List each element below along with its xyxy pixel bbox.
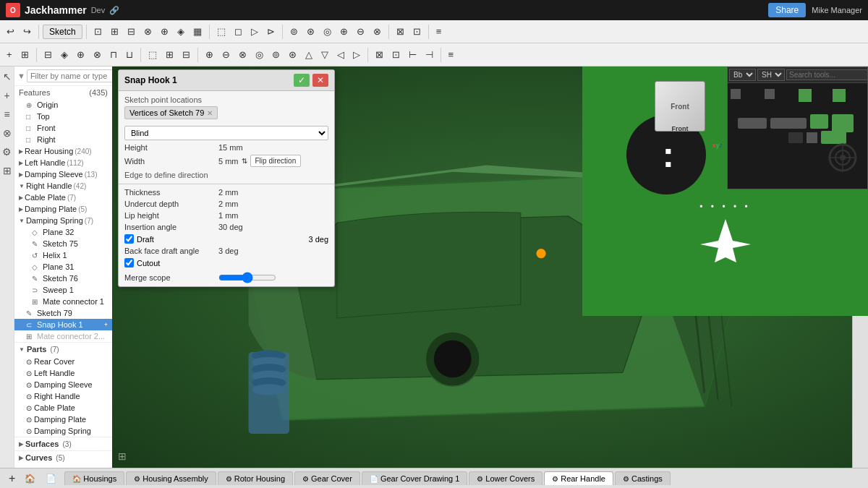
width-arrows-icon[interactable]: ⇅: [242, 157, 247, 165]
tool11[interactable]: ⊳: [263, 24, 278, 39]
feature-sketch75[interactable]: ✎ Sketch 75: [14, 238, 112, 249]
tool-r21[interactable]: ▷: [349, 47, 364, 62]
redo-button[interactable]: ↪: [20, 24, 35, 39]
tool1[interactable]: ⊡: [90, 24, 106, 39]
feature-right-handle[interactable]: ▼ Right Handle (42): [14, 180, 112, 192]
feature-cable-plate[interactable]: ▶ Cable Plate (7): [14, 192, 112, 203]
tool-r15[interactable]: ◎: [252, 47, 267, 62]
tool-r11[interactable]: ⊟: [179, 47, 194, 62]
sidebar-icon-plus[interactable]: +: [2, 88, 11, 103]
bb-select[interactable]: Bb: [729, 69, 756, 81]
tool7[interactable]: ▦: [190, 24, 205, 39]
tool15[interactable]: ⊕: [336, 24, 352, 39]
feature-left-handle[interactable]: ▶ Left Handle (112): [14, 157, 112, 168]
tool10[interactable]: ▷: [247, 24, 262, 39]
tool-r4[interactable]: ◈: [57, 47, 72, 62]
part-rear-cover[interactable]: ⊙ Rear Cover: [14, 356, 112, 367]
tool-r1[interactable]: +: [3, 47, 16, 62]
feature-mate-connector2[interactable]: ⊞ Mate connector 2...: [14, 330, 112, 342]
panel-cancel-button[interactable]: ✕: [312, 74, 328, 87]
doc-tab-button[interactable]: 📄: [42, 471, 60, 486]
tool-r18[interactable]: △: [302, 47, 316, 62]
tool-r20[interactable]: ◁: [333, 47, 348, 62]
tab-castings[interactable]: ⚙ Castings: [615, 471, 671, 485]
part-damping-sleeve[interactable]: ⊙ Damping Sleeve: [14, 379, 112, 390]
feature-mate-connector1[interactable]: ⊞ Mate connector 1: [14, 296, 112, 307]
flip-button[interactable]: Flip direction: [250, 155, 302, 167]
feature-snap-hook1[interactable]: ⊂ Snap Hook 1 +: [14, 319, 112, 330]
tool-r6[interactable]: ⊗: [90, 47, 105, 62]
sketch-button[interactable]: Sketch: [43, 25, 82, 39]
tool6[interactable]: ◈: [174, 24, 188, 39]
part-damping-plate[interactable]: ⊙ Damping Plate: [14, 414, 112, 425]
tool16[interactable]: ⊖: [353, 24, 368, 39]
feature-sweep1[interactable]: ⊃ Sweep 1: [14, 284, 112, 296]
tab-housing-assembly[interactable]: ⚙ Housing Assembly: [126, 471, 216, 485]
tab-gear-cover[interactable]: ⚙ Gear Cover: [294, 471, 360, 485]
tool-r17[interactable]: ⊛: [285, 47, 300, 62]
tool-r25[interactable]: ⊣: [422, 47, 437, 62]
tool3[interactable]: ⊟: [124, 24, 139, 39]
feature-damping-sleeve[interactable]: ▶ Damping Sleeve (13): [14, 168, 112, 180]
tool-r16[interactable]: ⊚: [268, 47, 284, 62]
tool-r22[interactable]: ⊠: [372, 47, 387, 62]
tool-r13[interactable]: ⊖: [218, 47, 234, 62]
feature-sketch79[interactable]: ✎ Sketch 79: [14, 307, 112, 319]
tool20[interactable]: ≡: [433, 24, 446, 39]
tool-r26[interactable]: ≡: [445, 47, 458, 62]
feature-origin[interactable]: ⊕ Origin: [14, 99, 112, 111]
tool-r23[interactable]: ⊡: [388, 47, 404, 62]
feature-plane31[interactable]: ◇ Plane 31: [14, 261, 112, 273]
sh-select[interactable]: SH: [757, 69, 785, 81]
tool14[interactable]: ◎: [320, 24, 335, 39]
feature-damping-plate[interactable]: ▶ Damping Plate (5): [14, 203, 112, 215]
sketch-tag-close[interactable]: ✕: [207, 109, 213, 117]
part-cable-plate[interactable]: ⊙ Cable Plate: [14, 402, 112, 414]
share-button[interactable]: Share: [768, 3, 806, 17]
panel-ok-button[interactable]: ✓: [294, 74, 310, 87]
tab-lower-covers[interactable]: ⚙ Lower Covers: [469, 471, 542, 485]
tab-gear-cover-drawing[interactable]: 📄 Gear Cover Drawing 1: [362, 471, 467, 485]
tool19[interactable]: ⊡: [409, 24, 425, 39]
sidebar-icon-link[interactable]: ⊗: [1, 126, 13, 140]
blind-select[interactable]: Blind: [124, 126, 328, 140]
tool12[interactable]: ⊚: [286, 24, 302, 39]
sidebar-icon-layers[interactable]: ≡: [2, 107, 11, 121]
nav-cube[interactable]: Front xyz: [655, 81, 705, 132]
sidebar-icon-gear[interactable]: ⚙: [1, 145, 13, 159]
viewport-corner-icon[interactable]: ⊞: [118, 450, 127, 462]
tab-rear-handle[interactable]: ⚙ Rear Handle: [544, 471, 613, 485]
curves-header[interactable]: ▶ Curves (5): [14, 450, 112, 464]
tab-rotor-housing[interactable]: ⚙ Rotor Housing: [218, 471, 293, 485]
tool17[interactable]: ⊗: [370, 24, 385, 39]
feature-rear-housing[interactable]: ▶ Rear Housing (240): [14, 145, 112, 157]
feature-right[interactable]: □ Right: [14, 134, 112, 145]
tool2[interactable]: ⊞: [107, 24, 122, 39]
feature-damping-spring[interactable]: ▼ Damping Spring (7): [14, 215, 112, 226]
parts-header[interactable]: ▼ Parts (7): [14, 342, 112, 356]
part-damping-spring[interactable]: ⊙ Damping Spring: [14, 425, 112, 437]
tool-r2[interactable]: ⊞: [17, 47, 33, 62]
tool-r7[interactable]: ⊓: [106, 47, 121, 62]
part-right-handle[interactable]: ⊙ Right Handle: [14, 390, 112, 402]
feature-helix1[interactable]: ↺ Helix 1: [14, 249, 112, 261]
tool-r19[interactable]: ▽: [318, 47, 332, 62]
home-tab-button[interactable]: 🏠: [21, 471, 39, 486]
tool-r14[interactable]: ⊗: [235, 47, 250, 62]
search-tools-input[interactable]: [786, 69, 868, 80]
tool-r5[interactable]: ⊕: [73, 47, 88, 62]
part-left-handle[interactable]: ⊙ Left Handle: [14, 367, 112, 379]
tool5[interactable]: ⊕: [157, 24, 172, 39]
tool9[interactable]: ◻: [231, 24, 246, 39]
tool-r9[interactable]: ⬚: [145, 47, 161, 62]
feature-plane32[interactable]: ◇ Plane 32: [14, 226, 112, 238]
feature-top[interactable]: □ Top: [14, 111, 112, 122]
filter-input[interactable]: [27, 69, 112, 82]
merge-slider[interactable]: [218, 270, 276, 285]
cutout-checkbox[interactable]: [124, 258, 134, 267]
feature-sketch76[interactable]: ✎ Sketch 76: [14, 273, 112, 284]
surfaces-header[interactable]: ▶ Surfaces (3): [14, 437, 112, 450]
undo-button[interactable]: ↩: [3, 24, 18, 39]
tool8[interactable]: ⬚: [213, 24, 229, 39]
draft-checkbox[interactable]: [124, 234, 134, 244]
